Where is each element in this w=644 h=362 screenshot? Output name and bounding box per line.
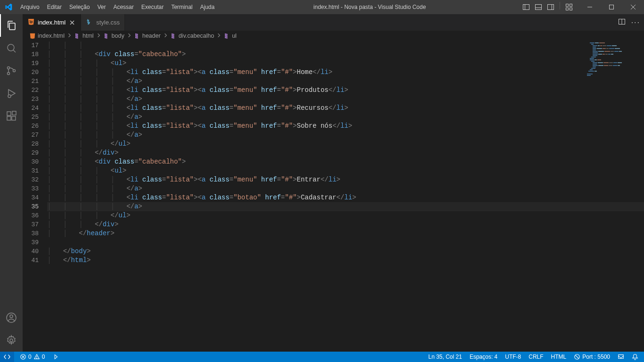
- breadcrumb-item[interactable]: ul: [223, 33, 237, 39]
- menu-ver[interactable]: Ver: [93, 0, 109, 14]
- svg-point-19: [8, 95, 11, 98]
- language-mode[interactable]: HTML: [549, 352, 569, 362]
- svg-rect-11: [610, 5, 614, 9]
- live-preview-indicator[interactable]: [50, 352, 61, 362]
- tab-label: index.html: [38, 19, 66, 26]
- layout-controls: [521, 2, 574, 12]
- svg-rect-22: [12, 116, 16, 120]
- code-editor[interactable]: 1718192021222324252627282930313233343536…: [23, 41, 644, 352]
- titlebar: ArquivoEditarSeleçãoVerAcessarExecutarTe…: [0, 0, 644, 14]
- maximize-button[interactable]: [601, 0, 622, 14]
- svg-rect-23: [12, 111, 16, 115]
- menu-arquivo[interactable]: Arquivo: [17, 0, 43, 14]
- more-actions-icon[interactable]: ···: [631, 18, 640, 27]
- tab-label: style.css: [96, 19, 120, 26]
- svg-line-37: [576, 355, 579, 359]
- problems-indicator[interactable]: 0 0: [18, 352, 47, 362]
- minimize-button[interactable]: [579, 0, 601, 14]
- notifications-icon[interactable]: [630, 352, 640, 362]
- svg-rect-2: [536, 5, 542, 10]
- menu-editar[interactable]: Editar: [43, 0, 66, 14]
- svg-rect-7: [570, 4, 572, 7]
- svg-rect-0: [523, 5, 529, 10]
- indentation[interactable]: Espaços: 4: [468, 352, 499, 362]
- vscode-logo-icon: [0, 3, 17, 11]
- activity-bar: [0, 14, 23, 352]
- menubar: ArquivoEditarSeleçãoVerAcessarExecutarTe…: [17, 0, 218, 14]
- error-count: 0: [28, 354, 32, 360]
- breadcrumb-item[interactable]: header: [134, 33, 161, 39]
- breadcrumb-item[interactable]: index.html: [29, 33, 65, 39]
- tab-bar: index.htmlstyle.css ···: [23, 14, 644, 31]
- live-server-port[interactable]: Port : 5500: [572, 352, 612, 362]
- explorer-icon[interactable]: [0, 14, 23, 37]
- toggle-panel-icon[interactable]: [533, 2, 544, 12]
- encoding[interactable]: UTF-8: [503, 352, 523, 362]
- svg-rect-9: [570, 8, 572, 10]
- svg-point-25: [10, 315, 13, 318]
- svg-rect-8: [566, 8, 569, 10]
- run-debug-icon[interactable]: [0, 82, 23, 105]
- svg-rect-4: [548, 5, 554, 10]
- css-file-icon: [86, 18, 93, 27]
- feedback-icon[interactable]: [616, 352, 626, 362]
- close-tab-icon[interactable]: [68, 19, 76, 26]
- html-file-icon: [27, 18, 35, 27]
- extensions-icon[interactable]: [0, 105, 23, 127]
- svg-point-26: [10, 339, 13, 342]
- menu-terminal[interactable]: Terminal: [167, 0, 196, 14]
- svg-point-14: [8, 44, 14, 51]
- breadcrumb-item[interactable]: div.cabecalho: [170, 33, 215, 39]
- breadcrumb: index.htmlhtmlbodyheaderdiv.cabecalhoul: [23, 31, 644, 41]
- svg-rect-21: [7, 116, 11, 120]
- accounts-icon[interactable]: [0, 306, 23, 329]
- menu-seleção[interactable]: Seleção: [66, 0, 93, 14]
- line-number-gutter: 1718192021222324252627282930313233343536…: [23, 41, 47, 352]
- window-title: index.html - Nova pasta - Visual Studio …: [218, 4, 521, 10]
- toggle-primary-sidebar-icon[interactable]: [521, 2, 531, 12]
- search-icon[interactable]: [0, 37, 23, 59]
- eol[interactable]: CRLF: [527, 352, 545, 362]
- svg-point-35: [36, 358, 37, 359]
- remote-indicator[interactable]: [0, 352, 14, 362]
- code-content[interactable]: │ │ │ │ │ │ <div class="cabecalho">│ │ │…: [47, 41, 644, 352]
- customize-layout-icon[interactable]: [564, 2, 574, 12]
- source-control-icon[interactable]: [0, 59, 23, 82]
- tab-index-html[interactable]: index.html: [23, 14, 81, 31]
- breadcrumb-item[interactable]: html: [74, 33, 94, 39]
- svg-point-16: [8, 67, 10, 69]
- close-window-button[interactable]: [622, 0, 644, 14]
- svg-rect-6: [566, 4, 569, 7]
- warning-count: 0: [42, 354, 45, 360]
- breadcrumb-item[interactable]: body: [103, 33, 124, 39]
- menu-executar[interactable]: Executar: [138, 0, 167, 14]
- svg-point-17: [8, 73, 10, 75]
- menu-ajuda[interactable]: Ajuda: [197, 0, 219, 14]
- tab-style-css[interactable]: style.css: [81, 14, 125, 31]
- toggle-secondary-sidebar-icon[interactable]: [545, 2, 556, 12]
- svg-line-15: [13, 50, 16, 52]
- status-bar: 0 0 Ln 35, Col 21 Espaços: 4 UTF-8 CRLF …: [0, 352, 644, 362]
- editor-area: index.htmlstyle.css ··· index.htmlhtmlbo…: [23, 14, 644, 352]
- menu-acessar[interactable]: Acessar: [109, 0, 137, 14]
- split-editor-icon[interactable]: [618, 18, 626, 27]
- cursor-position[interactable]: Ln 35, Col 21: [427, 352, 464, 362]
- settings-gear-icon[interactable]: [0, 329, 23, 352]
- svg-rect-20: [7, 112, 11, 115]
- svg-point-18: [13, 70, 16, 72]
